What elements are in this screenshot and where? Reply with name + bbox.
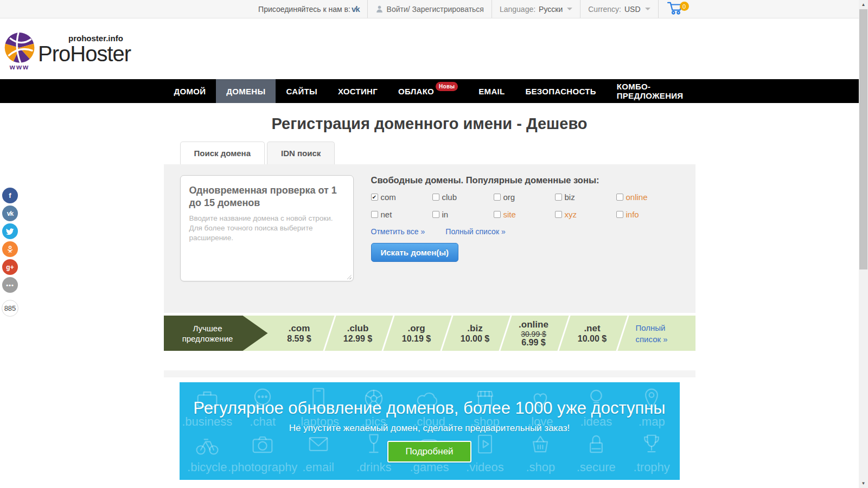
language-label: Language:: [500, 5, 535, 14]
more-share-icon[interactable]: •••: [2, 277, 18, 293]
nav-item-hosting[interactable]: ХОСТИНГ: [328, 79, 388, 103]
checkbox-in[interactable]: [432, 211, 439, 218]
tab-domain-search[interactable]: Поиск домена: [180, 142, 265, 164]
header: www prohoster.info ProHoster: [0, 18, 859, 79]
ribbon-item-net: .net10.00 $: [563, 316, 622, 351]
domain-search-panel: Одновременная проверка от 1 до 15 домено…: [164, 164, 695, 313]
checkbox-xyz[interactable]: [555, 211, 562, 218]
ribbon-item-org: .org10.19 $: [387, 316, 446, 351]
ribbon-item-club: .club12.99 $: [329, 316, 387, 351]
checkbox-org[interactable]: [494, 194, 501, 201]
nav-item-domains[interactable]: ДОМЕНЫ: [216, 79, 276, 103]
zone-site[interactable]: site: [494, 210, 555, 219]
zone-online[interactable]: online: [616, 192, 678, 202]
google-plus-icon[interactable]: g+: [2, 259, 18, 275]
tabs: Поиск домена IDN поиск: [164, 142, 695, 164]
zone-org[interactable]: org: [494, 192, 555, 202]
scroll-down-arrow[interactable]: ▼: [859, 479, 868, 488]
scroll-up-arrow[interactable]: ▲: [859, 0, 868, 9]
page: Присоединяйтесь к нам в: vk Войти/ Зарег…: [0, 0, 859, 488]
section-divider: [164, 370, 695, 377]
full-list-link[interactable]: Полный список »: [445, 227, 505, 236]
checkbox-site[interactable]: [494, 211, 501, 218]
tab-idn-search[interactable]: IDN поиск: [267, 142, 335, 164]
page-title: Регистрация доменного имени - Дешево: [164, 115, 695, 133]
zone-com[interactable]: ✔com: [371, 192, 432, 202]
currency-value: USD: [624, 5, 641, 14]
cart-button[interactable]: 0: [658, 0, 695, 18]
twitter-icon[interactable]: [2, 223, 18, 239]
ribbon-full-list-link[interactable]: Полный список »: [622, 316, 693, 351]
main-content: Регистрация доменного имени - Дешево Пои…: [164, 115, 695, 480]
new-badge: Новы: [436, 82, 458, 91]
nav-item-sites[interactable]: САЙТЫ: [276, 79, 327, 103]
chevron-down-icon: [645, 8, 650, 10]
social-share-sidebar: f vk g+ ••• 885: [2, 188, 18, 317]
ribbon-item-biz: .biz10.00 $: [446, 316, 505, 351]
domain-input-title: Одновременная проверка от 1 до 15 домено…: [189, 184, 344, 209]
domain-input-placeholder: Вводите название домена с новой строки. …: [189, 214, 344, 243]
scrollbar-thumb[interactable]: [859, 9, 867, 269]
checkbox-com[interactable]: ✔: [371, 194, 378, 201]
checkbox-online[interactable]: [616, 194, 623, 201]
join-us-block: Присоединяйтесь к нам в: vk: [251, 0, 367, 18]
chevron-down-icon: [567, 8, 572, 10]
logo-www: www: [10, 63, 29, 71]
banner-title: Регулярное обновление доменов, более 100…: [180, 399, 680, 418]
old-price: 30.99 $: [521, 330, 546, 338]
language-selector[interactable]: Language: Русски: [492, 0, 580, 18]
checkbox-info[interactable]: [616, 211, 623, 218]
nav-item-combo[interactable]: КОМБО-ПРЕДЛОЖЕНИЯ: [607, 79, 695, 103]
checkbox-biz[interactable]: [555, 194, 562, 201]
login-register-label: Войти/ Зарегистрироваться: [387, 5, 484, 14]
logo-domain: prohoster.info: [68, 34, 131, 43]
currency-label: Currency:: [588, 5, 621, 14]
facebook-icon[interactable]: f: [2, 188, 18, 203]
person-icon: [375, 5, 384, 13]
vk-icon[interactable]: vk: [2, 206, 18, 221]
nav-item-home[interactable]: ДОМОЙ: [164, 79, 216, 103]
checkbox-club[interactable]: [432, 194, 439, 201]
vk-icon[interactable]: vk: [352, 4, 360, 14]
banner-subtitle: Не упустите желаемый домен, сделайте пре…: [180, 423, 680, 434]
login-register-link[interactable]: Войти/ Зарегистрироваться: [367, 0, 492, 18]
share-counter: 885: [2, 300, 18, 317]
zones-grid: ✔com club org biz online net in site xyz…: [371, 192, 678, 219]
ribbon-item-online: .online 30.99 $ 6.99 $: [505, 316, 563, 351]
nav-item-security[interactable]: БЕЗОПАСНОСТЬ: [515, 79, 606, 103]
checkbox-net[interactable]: [371, 211, 378, 218]
language-value: Русски: [539, 5, 563, 14]
zone-biz[interactable]: biz: [555, 192, 616, 202]
join-us-label: Присоединяйтесь к нам в:: [258, 5, 350, 14]
ribbon-item-com: .com8.59 $: [270, 316, 329, 351]
nav-item-email[interactable]: EMAIL: [468, 79, 515, 103]
zones-title: Свободные домены. Популярные доменные зо…: [371, 175, 678, 185]
vertical-scrollbar[interactable]: ▲ ▼: [859, 0, 868, 488]
nav-item-cloud[interactable]: ОБЛАКО Новы: [388, 79, 468, 103]
zone-net[interactable]: net: [371, 210, 432, 219]
domain-input[interactable]: Одновременная проверка от 1 до 15 домено…: [180, 175, 354, 281]
zone-in[interactable]: in: [432, 210, 494, 219]
zone-club[interactable]: club: [432, 192, 494, 202]
globe-icon: [3, 31, 36, 66]
details-button[interactable]: Подробней: [387, 441, 471, 463]
odnoklassniki-icon[interactable]: [2, 241, 18, 257]
price-ribbon: Лучшее предложение .com8.59 $ .club12.99…: [164, 316, 695, 351]
zones-form: Свободные домены. Популярные доменные зо…: [371, 175, 678, 313]
domains-update-banner: .business .chat .laptops .pics .cloud .s…: [180, 382, 680, 480]
search-domains-button[interactable]: Искать домен(ы): [371, 243, 459, 262]
cart-count-badge: 0: [680, 2, 689, 11]
resize-handle[interactable]: [346, 274, 352, 279]
logo-name: ProHoster: [38, 43, 131, 65]
select-all-link[interactable]: Отметить все »: [371, 227, 425, 236]
main-nav: ДОМОЙ ДОМЕНЫ САЙТЫ ХОСТИНГ ОБЛАКО Новы E…: [0, 79, 859, 103]
zone-xyz[interactable]: xyz: [555, 210, 616, 219]
topbar: Присоединяйтесь к нам в: vk Войти/ Зарег…: [0, 0, 859, 18]
best-offer-arrow: Лучшее предложение: [164, 316, 268, 351]
logo[interactable]: www prohoster.info ProHoster: [3, 27, 131, 71]
zone-info[interactable]: info: [616, 210, 678, 219]
currency-selector[interactable]: Currency: USD: [580, 0, 658, 18]
